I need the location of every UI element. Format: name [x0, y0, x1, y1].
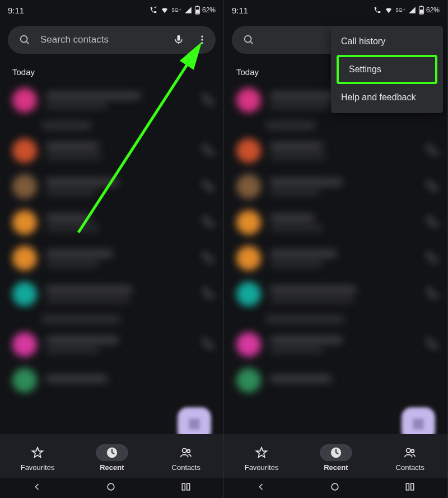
- call-icon[interactable]: [426, 337, 438, 352]
- svg-point-10: [189, 423, 192, 425]
- svg-point-29: [421, 419, 423, 421]
- nav-recent[interactable]: Recent: [96, 444, 128, 472]
- back-icon[interactable]: [255, 481, 267, 495]
- svg-point-39: [332, 483, 339, 490]
- nav-contacts[interactable]: Contacts: [393, 444, 427, 472]
- search-bar[interactable]: Search contacts: [8, 26, 216, 54]
- svg-point-11: [193, 423, 195, 425]
- call-icon[interactable]: [202, 143, 214, 158]
- call-icon[interactable]: [202, 251, 214, 266]
- call-icon[interactable]: [426, 179, 438, 194]
- status-bar: 9:11 5G+ 62%: [0, 0, 223, 20]
- search-icon: [17, 32, 32, 48]
- svg-point-18: [187, 449, 190, 453]
- system-nav: [0, 478, 223, 498]
- svg-rect-2: [196, 10, 199, 13]
- status-bar: 9:11 5G+ 62%: [224, 0, 447, 20]
- overview-icon[interactable]: [180, 481, 192, 495]
- battery-percent: 62%: [202, 6, 216, 14]
- call-icon[interactable]: [202, 179, 214, 194]
- svg-point-30: [413, 423, 416, 425]
- call-row[interactable]: [224, 276, 447, 312]
- menu-settings[interactable]: Settings: [337, 55, 437, 84]
- call-icon[interactable]: [202, 93, 214, 108]
- recent-calls-area: [0, 82, 223, 441]
- call-icon[interactable]: [202, 215, 214, 230]
- nav-favourites[interactable]: Favourites: [245, 444, 279, 472]
- overflow-menu: Call history Settings Help and feedback: [331, 26, 443, 113]
- battery-icon: [194, 6, 200, 15]
- svg-point-8: [193, 419, 195, 421]
- section-header-today: Today: [0, 64, 223, 82]
- network-label: 5G+: [396, 7, 405, 13]
- menu-call-history[interactable]: Call history: [331, 29, 443, 54]
- svg-point-4: [201, 36, 203, 38]
- call-icon[interactable]: [202, 337, 214, 352]
- call-row[interactable]: [224, 169, 447, 204]
- call-row[interactable]: [0, 362, 223, 398]
- home-icon[interactable]: [105, 481, 116, 495]
- wifi-calling-icon: [149, 6, 158, 14]
- call-row[interactable]: [0, 133, 223, 169]
- search-placeholder: Search contacts: [40, 34, 163, 45]
- call-row[interactable]: [224, 240, 447, 276]
- call-row[interactable]: [0, 82, 223, 118]
- nav-label: Favourites: [21, 463, 55, 472]
- nav-contacts[interactable]: Contacts: [169, 444, 203, 472]
- network-label: 5G+: [172, 7, 181, 13]
- svg-point-26: [245, 36, 251, 43]
- star-icon: [31, 446, 44, 459]
- svg-point-19: [108, 483, 115, 490]
- svg-rect-1: [197, 6, 198, 7]
- clock: 9:11: [8, 6, 24, 15]
- overflow-menu-icon[interactable]: [194, 32, 210, 48]
- call-row[interactable]: [224, 204, 447, 240]
- call-row[interactable]: [0, 327, 223, 362]
- nav-label: Favourites: [245, 463, 279, 472]
- battery-percent: 62%: [426, 6, 440, 14]
- search-icon: [241, 32, 256, 48]
- svg-point-38: [411, 449, 414, 453]
- call-icon[interactable]: [426, 215, 438, 230]
- svg-point-9: [197, 419, 199, 421]
- svg-point-7: [189, 419, 192, 421]
- call-row[interactable]: [0, 240, 223, 276]
- people-icon: [403, 446, 417, 459]
- svg-point-5: [201, 39, 203, 40]
- nav-label: Recent: [324, 463, 348, 472]
- svg-rect-20: [182, 483, 185, 490]
- call-row[interactable]: [224, 362, 447, 398]
- back-icon[interactable]: [31, 481, 43, 495]
- status-icons: 5G+ 62%: [149, 6, 216, 15]
- people-icon: [179, 446, 193, 459]
- svg-point-28: [417, 419, 419, 421]
- menu-help-feedback[interactable]: Help and feedback: [331, 85, 443, 110]
- call-icon[interactable]: [426, 143, 438, 158]
- call-icon[interactable]: [426, 251, 438, 266]
- call-row[interactable]: [0, 204, 223, 240]
- nav-recent[interactable]: Recent: [320, 444, 352, 472]
- wifi-icon: [160, 6, 170, 14]
- clock-icon: [106, 446, 118, 459]
- call-row[interactable]: [0, 169, 223, 204]
- home-icon[interactable]: [329, 481, 340, 495]
- bottom-nav: Favourites Recent Contacts: [224, 434, 447, 478]
- call-row[interactable]: [224, 327, 447, 362]
- mic-icon[interactable]: [171, 32, 186, 48]
- call-row[interactable]: [224, 133, 447, 169]
- signal-icon: [184, 6, 193, 14]
- svg-rect-21: [186, 483, 189, 490]
- clock: 9:11: [232, 6, 248, 15]
- nav-label: Contacts: [396, 463, 424, 472]
- call-icon[interactable]: [426, 287, 438, 301]
- svg-point-32: [421, 423, 423, 425]
- status-icons: 5G+ 62%: [373, 6, 440, 15]
- call-icon[interactable]: [202, 287, 214, 301]
- battery-icon: [418, 6, 424, 15]
- svg-point-33: [413, 426, 416, 429]
- nav-favourites[interactable]: Favourites: [21, 444, 55, 472]
- bottom-nav: Favourites Recent Contacts: [0, 434, 223, 478]
- call-row[interactable]: [0, 276, 223, 312]
- svg-point-6: [201, 42, 203, 44]
- overview-icon[interactable]: [404, 481, 416, 495]
